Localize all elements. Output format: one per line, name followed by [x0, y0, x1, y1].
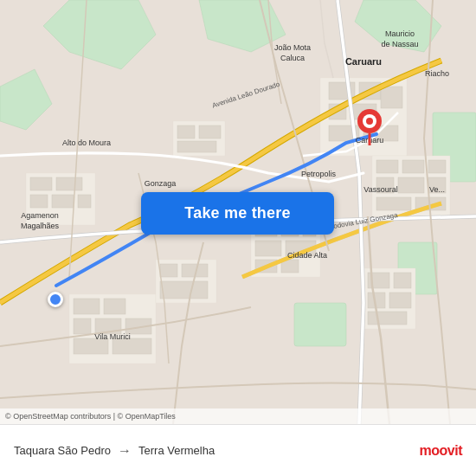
svg-text:Petropolis: Petropolis: [301, 170, 337, 178]
svg-rect-35: [255, 241, 281, 256]
arrow-right-icon: →: [118, 443, 132, 459]
svg-text:Ve...: Ve...: [429, 185, 445, 194]
svg-rect-23: [376, 160, 398, 173]
svg-text:de Nassau: de Nassau: [381, 40, 418, 48]
svg-text:Caluca: Caluca: [280, 54, 305, 62]
svg-rect-17: [30, 177, 52, 190]
svg-rect-48: [177, 125, 195, 138]
svg-rect-4: [294, 303, 346, 346]
svg-text:Mauricio: Mauricio: [385, 29, 415, 38]
svg-rect-49: [199, 125, 221, 138]
svg-text:Magalhães: Magalhães: [21, 222, 60, 230]
svg-text:João Mota: João Mota: [274, 43, 311, 52]
svg-rect-50: [177, 141, 216, 152]
take-me-there-label: Take me there: [184, 204, 290, 222]
svg-text:Gonzaga: Gonzaga: [145, 179, 177, 188]
moovit-logo: moovit: [420, 443, 462, 459]
moovit-brand-name: moovit: [420, 443, 462, 459]
svg-rect-27: [398, 177, 424, 193]
svg-rect-13: [381, 87, 402, 108]
svg-rect-40: [74, 299, 100, 314]
svg-text:Agamenon: Agamenon: [21, 211, 59, 220]
svg-rect-42: [74, 318, 91, 334]
destination-label: Terra Vermelha: [138, 444, 215, 457]
svg-rect-19: [30, 195, 48, 208]
svg-rect-18: [56, 177, 82, 190]
svg-rect-59: [389, 293, 411, 308]
take-me-there-button[interactable]: Take me there: [141, 192, 334, 235]
svg-point-81: [366, 118, 373, 125]
svg-text:Vassoural: Vassoural: [363, 185, 397, 194]
svg-text:Alto do Moura: Alto do Moura: [62, 138, 111, 147]
svg-text:Caruaru: Caruaru: [345, 56, 382, 67]
svg-rect-57: [394, 273, 411, 288]
svg-rect-41: [104, 299, 125, 314]
svg-rect-52: [160, 264, 177, 277]
route-info: Taquara São Pedro → Terra Vermelha: [14, 443, 420, 459]
svg-rect-29: [376, 197, 411, 210]
origin-marker: [48, 292, 63, 307]
svg-text:Vila Murici: Vila Murici: [94, 332, 130, 341]
origin-label: Taquara São Pedro: [14, 444, 111, 457]
svg-rect-60: [368, 312, 407, 325]
svg-text:Riacho: Riacho: [425, 69, 449, 78]
svg-rect-54: [160, 281, 208, 299]
map-copyright: © OpenStreetMap contributors | © OpenMap…: [0, 408, 476, 424]
svg-rect-25: [428, 160, 446, 173]
svg-rect-24: [402, 160, 424, 173]
svg-text:Cidade Alta: Cidade Alta: [287, 251, 327, 260]
bottom-bar: Taquara São Pedro → Terra Vermelha moovi…: [0, 424, 476, 476]
svg-rect-20: [52, 195, 74, 208]
map-container: Caruaru Caruaru João Mota Caluca Avenida…: [0, 0, 476, 424]
svg-rect-21: [78, 195, 91, 208]
